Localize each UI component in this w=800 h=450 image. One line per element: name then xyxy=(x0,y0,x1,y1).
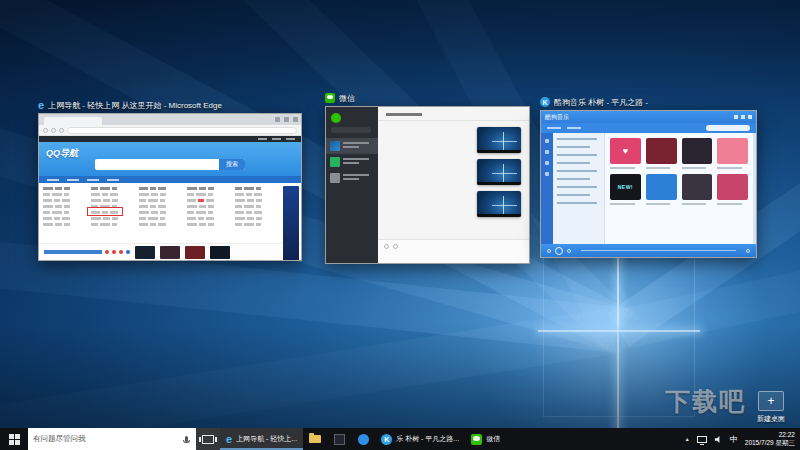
link-text-line xyxy=(150,223,156,226)
taskview-window-wechat[interactable]: 微信 xyxy=(325,92,530,264)
link-text-line xyxy=(256,205,261,208)
link-text-line xyxy=(160,217,165,220)
new-desktop-label: 新建桌面 xyxy=(748,414,794,424)
link-text-line xyxy=(91,193,100,196)
network-icon[interactable] xyxy=(697,436,707,443)
album-cover xyxy=(717,174,748,200)
taskbar-pinned-app-2[interactable] xyxy=(327,428,351,450)
link-column xyxy=(43,187,87,241)
ime-indicator[interactable]: 中 xyxy=(730,434,738,445)
taskview-window-kugou[interactable]: K 酷狗音乐 朴树 - 平凡之路 - 酷狗音乐 ♥NEW! xyxy=(540,96,757,258)
link-text-line xyxy=(256,199,262,202)
album-cover xyxy=(646,174,677,200)
link-text-line xyxy=(187,223,197,226)
link-text-line xyxy=(150,205,156,208)
link-text-line xyxy=(62,217,70,220)
album-cell xyxy=(646,174,677,205)
chat-text-lines xyxy=(343,158,369,166)
taskbar-app-label: 乐 朴树 - 平凡之路... xyxy=(396,434,459,444)
link-text-line xyxy=(235,187,242,190)
task-view-screen: 下载吧 e 上网导航 - 轻快上网 从这里开始 - Microsoft Edge… xyxy=(0,0,800,450)
taskbar-file-explorer[interactable] xyxy=(303,428,327,450)
link-text-line xyxy=(64,187,70,190)
link-text-line xyxy=(208,205,214,208)
system-tray: ▲ 中 22:22 2015/7/29 星期三 xyxy=(685,428,800,450)
album-cover: ♥ xyxy=(610,138,641,164)
page-link-grid xyxy=(39,183,301,243)
album-cover: NEW! xyxy=(610,174,641,200)
taskview-window-edge[interactable]: e 上网导航 - 轻快上网 从这里开始 - Microsoft Edge QQ导… xyxy=(38,99,302,261)
album-cover xyxy=(646,138,677,164)
link-text-line xyxy=(187,217,196,220)
taskbar-clock[interactable]: 22:22 2015/7/29 星期三 xyxy=(745,431,795,447)
wechat-window-thumbnail[interactable] xyxy=(325,106,530,264)
link-text-line xyxy=(235,193,244,196)
chat-input-area xyxy=(378,239,529,263)
wechat-search-bar xyxy=(331,127,371,133)
taskbar-pinned-app-3[interactable] xyxy=(351,428,375,450)
start-button[interactable] xyxy=(0,428,28,450)
link-text-line xyxy=(150,187,156,190)
kugou-album-grid: ♥NEW! xyxy=(605,133,753,244)
playlist-row xyxy=(557,194,590,196)
task-view-button[interactable] xyxy=(196,428,220,450)
link-text-line xyxy=(244,205,254,208)
link-text-line xyxy=(199,205,206,208)
link-text-line xyxy=(235,223,242,226)
link-text-line xyxy=(151,211,158,214)
kugou-body: ♥NEW! xyxy=(541,133,756,244)
taskbar-app-kugou[interactable]: K 乐 朴树 - 平凡之路... xyxy=(375,428,465,450)
kugou-toolbar xyxy=(541,123,756,133)
link-text-line xyxy=(102,193,108,196)
window-label: 微信 xyxy=(325,92,530,104)
edge-icon: e xyxy=(226,434,232,445)
link-text-line xyxy=(139,217,146,220)
album-cell: ♥ xyxy=(610,138,641,169)
highlighted-link-box xyxy=(87,207,123,216)
link-row xyxy=(139,223,183,229)
volume-icon xyxy=(746,249,750,253)
edge-address-bar xyxy=(39,125,301,136)
wechat-icon xyxy=(471,434,482,445)
link-column xyxy=(235,187,279,241)
link-text-line xyxy=(148,199,158,202)
chat-text-lines xyxy=(343,174,369,182)
link-row xyxy=(43,223,87,229)
wechat-icon xyxy=(325,93,335,103)
edge-titlebar xyxy=(39,114,301,125)
link-text-line xyxy=(112,187,117,190)
taskbar-app-wechat[interactable]: 微信 xyxy=(465,428,506,450)
tray-date: 2015/7/29 星期三 xyxy=(745,439,795,447)
taskbar-search-box[interactable]: 有问题尽管问我 xyxy=(28,428,196,450)
album-cell xyxy=(682,138,713,169)
link-text-line xyxy=(64,211,69,214)
next-icon xyxy=(567,249,571,253)
scrollbar[interactable] xyxy=(753,133,756,244)
link-text-line xyxy=(247,217,254,220)
link-text-line xyxy=(112,199,118,202)
forward-icon xyxy=(51,128,56,133)
link-text-line xyxy=(196,211,206,214)
album-cell xyxy=(646,138,677,169)
taskbar-app-edge[interactable]: e 上网导航 - 轻快上... xyxy=(220,428,303,450)
heart-icon: ♥ xyxy=(623,146,628,156)
link-text-line xyxy=(256,223,261,226)
link-text-line xyxy=(139,211,149,214)
new-desktop-button[interactable]: + 新建桌面 xyxy=(748,391,794,424)
link-text-line xyxy=(160,199,165,202)
wechat-logo-icon xyxy=(331,113,341,123)
mic-icon[interactable] xyxy=(182,436,191,443)
window-title: 酷狗音乐 朴树 - 平凡之路 - xyxy=(554,97,648,108)
show-hidden-icons-chevron[interactable]: ▲ xyxy=(685,436,690,442)
speaker-icon[interactable] xyxy=(714,435,723,444)
album-title-line xyxy=(646,167,671,169)
kugou-titlebar: 酷狗音乐 xyxy=(541,111,756,123)
link-text-line xyxy=(139,187,148,190)
link-text-line xyxy=(91,217,101,220)
shared-screenshot-image xyxy=(477,127,521,153)
kugou-search-pill xyxy=(706,125,750,131)
edge-window-thumbnail[interactable]: QQ导航 搜索 xyxy=(38,113,302,261)
kugou-window-thumbnail[interactable]: 酷狗音乐 ♥NEW! xyxy=(540,110,757,258)
windows-logo-icon xyxy=(9,434,20,445)
link-text-line xyxy=(139,205,148,208)
